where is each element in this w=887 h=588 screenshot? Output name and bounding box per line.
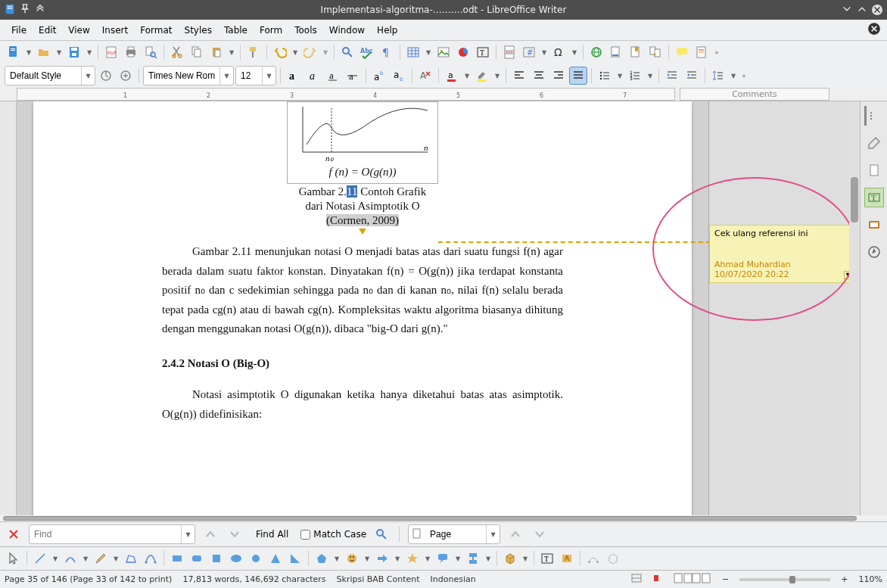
- bullet-dropdown[interactable]: ▼: [615, 67, 624, 84]
- insert-comment-button[interactable]: [673, 43, 691, 61]
- callout-shapes-tool[interactable]: [434, 549, 452, 568]
- clone-formatting-button[interactable]: [244, 43, 263, 61]
- minimize-button[interactable]: [842, 4, 852, 17]
- close-button[interactable]: [872, 5, 882, 15]
- status-language[interactable]: Indonesian: [431, 574, 476, 584]
- menu-edit[interactable]: Edit: [33, 23, 61, 38]
- extrusion-tool[interactable]: [604, 549, 622, 568]
- menu-insert[interactable]: Insert: [97, 23, 133, 38]
- curve-dropdown[interactable]: ▼: [81, 550, 90, 567]
- paste-dropdown[interactable]: ▼: [227, 44, 236, 61]
- insert-hyperlink-button[interactable]: [587, 43, 605, 61]
- line-spacing-button[interactable]: [709, 67, 727, 85]
- document-page[interactable]: n n₀ f (n) = O(g(n)) Gambar 2.11 Contoh …: [33, 101, 692, 515]
- circle-tool[interactable]: [247, 549, 265, 568]
- line-tool[interactable]: [31, 549, 49, 568]
- arrow-shapes-tool[interactable]: [373, 549, 391, 568]
- open-button[interactable]: [35, 43, 53, 61]
- special-char-dropdown[interactable]: ▼: [570, 44, 579, 61]
- insert-cross-ref-button[interactable]: [646, 43, 664, 61]
- status-insert-mode[interactable]: [631, 574, 642, 585]
- find-next-button[interactable]: [226, 525, 244, 543]
- status-selection-mode[interactable]: [652, 574, 663, 585]
- status-words[interactable]: 17,813 words, 146,692 characters: [182, 574, 325, 584]
- track-changes-button[interactable]: [692, 43, 711, 61]
- numbered-dropdown[interactable]: ▼: [646, 67, 655, 84]
- redo-dropdown[interactable]: ▼: [321, 44, 330, 61]
- close-find-button[interactable]: [5, 525, 23, 543]
- pdf-export-button[interactable]: PDF: [102, 43, 120, 61]
- toolbar-overflow[interactable]: »: [712, 44, 721, 61]
- superscript-button[interactable]: ab: [370, 67, 388, 85]
- menu-file[interactable]: File: [6, 23, 32, 38]
- text-box-tool[interactable]: T: [538, 549, 556, 568]
- font-name-combo[interactable]: ▼: [143, 66, 234, 86]
- navigator-panel-button[interactable]: [864, 242, 884, 262]
- maximize-button[interactable]: [857, 4, 867, 17]
- star-shapes-tool[interactable]: [403, 549, 422, 568]
- rounded-rect-tool[interactable]: [188, 549, 206, 568]
- insert-bookmark-button[interactable]: [627, 43, 645, 61]
- chevron-up-icon[interactable]: [35, 4, 45, 17]
- menu-form[interactable]: Form: [254, 23, 288, 38]
- status-style[interactable]: Skripsi BAB Content: [337, 574, 420, 584]
- menu-tools[interactable]: Tools: [289, 23, 322, 38]
- basic-shapes-dropdown[interactable]: ▼: [332, 550, 341, 567]
- vertical-scrollbar[interactable]: [849, 101, 860, 515]
- strikethrough-button[interactable]: a: [344, 67, 362, 85]
- arrow-shapes-dropdown[interactable]: ▼: [393, 550, 402, 567]
- match-case-checkbox[interactable]: Match Case: [300, 529, 366, 540]
- paste-button[interactable]: [207, 43, 226, 61]
- insert-text-box-button[interactable]: T: [474, 43, 492, 61]
- nav-prev-button[interactable]: [506, 525, 524, 543]
- menu-help[interactable]: Help: [372, 23, 403, 38]
- insert-chart-button[interactable]: [454, 43, 472, 61]
- zoom-slider[interactable]: [739, 578, 830, 581]
- print-button[interactable]: [122, 43, 140, 61]
- align-left-button[interactable]: [510, 67, 528, 85]
- menu-table[interactable]: Table: [219, 23, 253, 38]
- insert-page-break-button[interactable]: [500, 43, 518, 61]
- menu-view[interactable]: View: [63, 23, 95, 38]
- find-replace-dialog-button[interactable]: [372, 525, 391, 543]
- flowchart-shapes-tool[interactable]: [464, 549, 482, 568]
- save-dropdown[interactable]: ▼: [85, 44, 94, 61]
- star-shapes-dropdown[interactable]: ▼: [423, 550, 432, 567]
- zoom-in-button[interactable]: +: [841, 574, 848, 584]
- copy-button[interactable]: [188, 43, 206, 61]
- styles-panel-button[interactable]: T: [864, 188, 884, 207]
- subscript-button[interactable]: ab: [390, 67, 408, 85]
- table-dropdown[interactable]: ▼: [424, 44, 433, 61]
- line-dropdown[interactable]: ▼: [51, 550, 60, 567]
- align-right-button[interactable]: [549, 67, 568, 85]
- find-input[interactable]: [30, 527, 181, 541]
- cut-button[interactable]: [168, 43, 186, 61]
- page-panel-button[interactable]: [864, 160, 884, 180]
- flowchart-dropdown[interactable]: ▼: [484, 550, 493, 567]
- font-name-input[interactable]: [144, 69, 219, 82]
- save-button[interactable]: [65, 43, 83, 61]
- select-tool[interactable]: [5, 549, 23, 568]
- menu-window[interactable]: Window: [324, 23, 370, 38]
- fontwork-tool[interactable]: A: [558, 549, 576, 568]
- curve-tool[interactable]: [61, 549, 79, 568]
- zoom-value[interactable]: 110%: [859, 574, 882, 584]
- vertical-ruler[interactable]: [0, 101, 17, 515]
- status-page[interactable]: Page 35 of 146 (Page 33 of 142 to print): [5, 574, 172, 584]
- font-color-dropdown[interactable]: ▼: [462, 67, 472, 84]
- status-view-layout[interactable]: [674, 573, 711, 586]
- horizontal-ruler[interactable]: 123 456 7 Comments: [0, 88, 887, 101]
- menu-format[interactable]: Format: [135, 23, 177, 38]
- bezier-tool[interactable]: [142, 549, 160, 568]
- 3d-objects-tool[interactable]: [501, 549, 519, 568]
- font-size-input[interactable]: [236, 69, 262, 82]
- insert-image-button[interactable]: [434, 43, 453, 61]
- update-style-button[interactable]: [97, 67, 115, 85]
- new-button[interactable]: [5, 43, 23, 61]
- symbol-shapes-tool[interactable]: [343, 549, 361, 568]
- callout-dropdown[interactable]: ▼: [453, 550, 462, 567]
- sidebar-toggle[interactable]: [864, 106, 884, 126]
- close-document-button[interactable]: [867, 22, 881, 38]
- bold-button[interactable]: a: [285, 67, 303, 85]
- print-preview-button[interactable]: [142, 43, 160, 61]
